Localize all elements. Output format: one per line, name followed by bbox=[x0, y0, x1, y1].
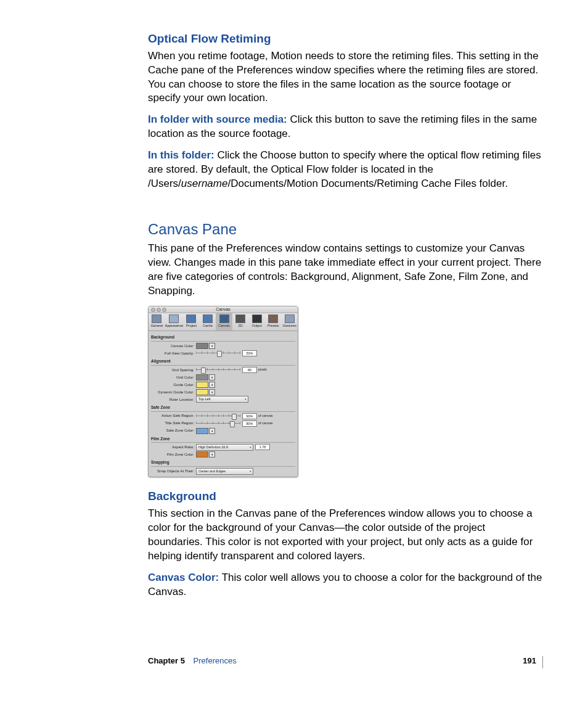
prefs-body: Background Canvas Color: ▾ Full View Opa… bbox=[149, 331, 298, 477]
grid-color-picker-icon[interactable]: ▾ bbox=[209, 374, 215, 380]
ruler-location-popup[interactable]: Top Left bbox=[196, 396, 248, 403]
dynamic-guide-color-picker-icon[interactable]: ▾ bbox=[209, 389, 215, 395]
path-username: username bbox=[181, 178, 228, 189]
para-optical-intro: When you retime footage, Motion needs to… bbox=[148, 49, 542, 106]
footer-page-number: 191 bbox=[523, 656, 536, 665]
runin-canvas-color: Canvas Color: bbox=[148, 572, 219, 583]
full-view-opacity-slider[interactable] bbox=[196, 351, 240, 356]
label-action-safe: Action Safe Region: bbox=[151, 413, 196, 418]
tab-3d[interactable]: 3D bbox=[232, 313, 249, 330]
path-post: /Documents/Motion Documents/Retiming Cac… bbox=[227, 178, 507, 189]
label-title-safe: Title Safe Region: bbox=[151, 421, 196, 425]
runin-in-folder-source: In folder with source media: bbox=[148, 113, 287, 125]
row-title-safe: Title Safe Region: 80% of canvas bbox=[151, 421, 295, 427]
action-safe-unit: of canvas bbox=[258, 414, 273, 418]
tab-gestures[interactable]: Gestures bbox=[282, 313, 298, 330]
aspect-ratio-popup[interactable]: High Definition 16:9 bbox=[196, 444, 253, 451]
prefs-window-screenshot: Canvas General Appearance Project Cache … bbox=[148, 306, 298, 477]
prefs-toolbar: General Appearance Project Cache Canvas … bbox=[149, 313, 298, 331]
tab-canvas[interactable]: Canvas bbox=[216, 313, 232, 330]
heading-optical-flow-retiming: Optical Flow Retiming bbox=[148, 31, 542, 47]
row-aspect-ratio: Aspect Ratio: High Definition 16:9 1.78 bbox=[151, 444, 295, 450]
label-snap-objects: Snap Objects At Their: bbox=[151, 469, 196, 474]
title-safe-value[interactable]: 80% bbox=[242, 421, 257, 427]
tab-project[interactable]: Project bbox=[183, 313, 200, 330]
label-ruler-location: Ruler Location: bbox=[151, 397, 196, 402]
label-dynamic-guide-color: Dynamic Guide Color: bbox=[151, 390, 196, 395]
para-canvas-color: Canvas Color: This color well allows you… bbox=[148, 571, 542, 599]
row-grid-color: Grid Color: ▾ bbox=[151, 374, 295, 380]
row-film-zone-color: Film Zone Color: ▾ bbox=[151, 451, 295, 458]
canvas-color-well[interactable] bbox=[196, 343, 208, 349]
film-zone-color-picker-icon[interactable]: ▾ bbox=[209, 451, 215, 458]
title-safe-slider[interactable] bbox=[196, 421, 240, 426]
row-dynamic-guide-color: Dynamic Guide Color: ▾ bbox=[151, 389, 295, 395]
row-ruler-location: Ruler Location: Top Left bbox=[151, 396, 295, 403]
label-guide-color: Guide Color: bbox=[151, 382, 196, 387]
row-guide-color: Guide Color: ▾ bbox=[151, 382, 295, 388]
grid-color-well[interactable] bbox=[196, 374, 208, 380]
row-grid-spacing: Grid Spacing: 80 pixels bbox=[151, 367, 295, 373]
heading-canvas-pane: Canvas Pane bbox=[148, 220, 542, 239]
close-icon bbox=[151, 308, 155, 312]
label-aspect-ratio: Aspect Ratio: bbox=[151, 445, 196, 449]
tab-output[interactable]: Output bbox=[248, 313, 265, 330]
full-view-opacity-value[interactable]: 50% bbox=[242, 350, 257, 356]
safe-zone-color-picker-icon[interactable]: ▾ bbox=[209, 428, 215, 434]
action-safe-slider[interactable] bbox=[196, 414, 240, 419]
para-background-intro: This section in the Canvas pane of the P… bbox=[148, 507, 542, 564]
label-film-zone-color: Film Zone Color: bbox=[151, 452, 196, 457]
label-canvas-color: Canvas Color: bbox=[151, 343, 196, 348]
prefs-title: Canvas bbox=[216, 307, 231, 311]
row-action-safe: Action Safe Region: 90% of canvas bbox=[151, 413, 295, 419]
canvas-color-picker-icon[interactable]: ▾ bbox=[209, 343, 215, 349]
tab-appearance[interactable]: Appearance bbox=[165, 313, 184, 330]
para-in-folder-source: In folder with source media: Click this … bbox=[148, 113, 542, 141]
row-canvas-color: Canvas Color: ▾ bbox=[151, 343, 295, 349]
path-pre: /Users/ bbox=[148, 178, 181, 189]
grid-spacing-unit: pixels bbox=[258, 367, 267, 372]
section-snapping: Snapping bbox=[151, 460, 295, 467]
runin-in-this-folder: In this folder: bbox=[148, 149, 214, 161]
tab-cache[interactable]: Cache bbox=[200, 313, 216, 330]
section-safe-zone: Safe Zone bbox=[151, 405, 295, 412]
heading-background: Background bbox=[148, 488, 542, 504]
row-safe-zone-color: Safe Zone Color: ▾ bbox=[151, 428, 295, 434]
safe-zone-color-well[interactable] bbox=[196, 428, 208, 434]
title-safe-unit: of canvas bbox=[258, 421, 273, 425]
prefs-titlebar: Canvas bbox=[149, 306, 298, 313]
label-grid-color: Grid Color: bbox=[151, 375, 196, 380]
zoom-icon bbox=[162, 308, 166, 312]
footer-chapter-title: Preferences bbox=[194, 656, 237, 665]
dynamic-guide-color-well[interactable] bbox=[196, 389, 208, 395]
section-film-zone: Film Zone bbox=[151, 437, 295, 443]
snap-objects-popup[interactable]: Center and Edges bbox=[196, 468, 253, 475]
page: Optical Flow Retiming When you retime fo… bbox=[0, 0, 588, 706]
guide-color-picker-icon[interactable]: ▾ bbox=[209, 382, 215, 388]
section-alignment: Alignment bbox=[151, 359, 295, 366]
label-safe-zone-color: Safe Zone Color: bbox=[151, 428, 196, 433]
page-footer: Chapter 5 Preferences 191 bbox=[148, 656, 543, 668]
para-in-this-folder: In this folder: Click the Choose button … bbox=[148, 149, 542, 191]
tab-general[interactable]: General bbox=[149, 313, 165, 330]
footer-chapter-label: Chapter 5 bbox=[148, 656, 185, 665]
film-zone-color-well[interactable] bbox=[196, 451, 208, 458]
content-column: Optical Flow Retiming When you retime fo… bbox=[148, 31, 542, 606]
aspect-ratio-num[interactable]: 1.78 bbox=[255, 444, 270, 450]
section-background: Background bbox=[151, 335, 295, 342]
para-canvas-pane-intro: This pane of the Preferences window cont… bbox=[148, 242, 542, 298]
grid-spacing-value[interactable]: 80 bbox=[242, 367, 257, 373]
row-full-view-opacity: Full View Opacity: 50% bbox=[151, 350, 295, 356]
guide-color-well[interactable] bbox=[196, 382, 208, 388]
window-traffic-lights bbox=[151, 308, 166, 312]
tab-presets[interactable]: Presets bbox=[265, 313, 282, 330]
grid-spacing-slider[interactable] bbox=[196, 367, 240, 372]
label-full-view-opacity: Full View Opacity: bbox=[151, 351, 196, 356]
label-grid-spacing: Grid Spacing: bbox=[151, 367, 196, 372]
row-snap-objects: Snap Objects At Their: Center and Edges bbox=[151, 468, 295, 474]
minimize-icon bbox=[157, 308, 161, 312]
action-safe-value[interactable]: 90% bbox=[242, 413, 257, 419]
